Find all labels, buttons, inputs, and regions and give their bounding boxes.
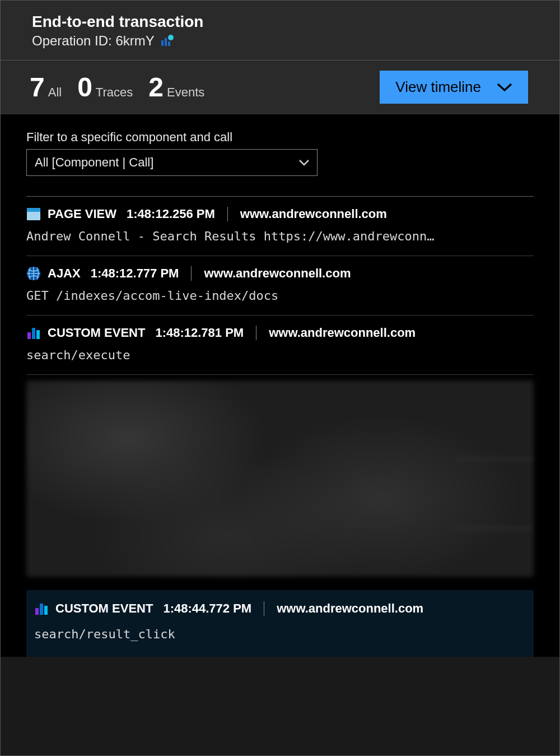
- filter-select[interactable]: All [Component | Call]: [26, 149, 318, 176]
- operation-row: Operation ID: 6krmY: [32, 33, 528, 49]
- filter-selected-value: All [Component | Call]: [35, 155, 153, 170]
- event-detail: GET /indexes/accom-live-index/docs: [26, 289, 534, 303]
- event-header: CUSTOM EVENT 1:48:12.781 PM www.andrewco…: [26, 326, 534, 340]
- divider: [455, 528, 534, 528]
- svg-rect-9: [36, 330, 40, 339]
- svg-rect-11: [40, 604, 43, 615]
- content-area: Filter to a specific component and call …: [1, 114, 559, 657]
- page-view-icon: [26, 207, 41, 221]
- event-header: AJAX 1:48:12.777 PM www.andrewconnell.co…: [26, 266, 534, 281]
- app-insights-icon: [160, 35, 174, 47]
- bar-chart-icon: [26, 326, 41, 340]
- event-header: CUSTOM EVENT 1:48:44.772 PM www.andrewco…: [34, 601, 526, 616]
- view-timeline-label: View timeline: [395, 78, 481, 96]
- redacted-events-block: [26, 381, 534, 577]
- separator: [256, 326, 256, 340]
- svg-rect-4: [27, 208, 40, 212]
- svg-rect-7: [27, 332, 31, 339]
- event-header: PAGE VIEW 1:48:12.256 PM www.andrewconne…: [26, 207, 534, 221]
- page-title: End-to-end transaction: [32, 13, 528, 31]
- stat-traces[interactable]: 0 Traces: [77, 72, 133, 103]
- svg-rect-1: [165, 38, 167, 46]
- separator: [191, 266, 192, 281]
- event-time: 1:48:12.777 PM: [91, 266, 179, 281]
- stat-traces-count: 0: [77, 72, 92, 103]
- globe-icon: [26, 266, 41, 281]
- svg-rect-5: [27, 212, 40, 220]
- event-detail: search/execute: [26, 348, 534, 362]
- chevron-down-icon: [299, 160, 309, 166]
- event-host: www.andrewconnell.com: [204, 266, 351, 281]
- svg-point-3: [168, 35, 174, 40]
- stat-all[interactable]: 7 All: [30, 72, 62, 103]
- separator: [227, 207, 228, 221]
- event-type: PAGE VIEW: [48, 207, 116, 221]
- filter-label: Filter to a specific component and call: [26, 130, 534, 145]
- chevron-down-icon: [497, 83, 512, 92]
- operation-id: Operation ID: 6krmY: [32, 33, 155, 49]
- stat-traces-label: Traces: [96, 85, 133, 100]
- stats-bar: 7 All 0 Traces 2 Events View timeline: [1, 61, 559, 114]
- event-list: PAGE VIEW 1:48:12.256 PM www.andrewconne…: [26, 197, 534, 657]
- event-time: 1:48:12.256 PM: [127, 207, 215, 221]
- separator: [264, 601, 264, 616]
- event-host: www.andrewconnell.com: [240, 207, 387, 221]
- event-item[interactable]: AJAX 1:48:12.777 PM www.andrewconnell.co…: [26, 256, 534, 316]
- event-host: www.andrewconnell.com: [269, 326, 416, 340]
- event-time: 1:48:44.772 PM: [163, 601, 251, 616]
- event-detail: search/result_click: [34, 627, 526, 641]
- stat-events[interactable]: 2 Events: [148, 72, 204, 103]
- svg-rect-10: [35, 608, 39, 615]
- stat-events-label: Events: [167, 85, 204, 100]
- event-time: 1:48:12.781 PM: [155, 326, 244, 340]
- event-type: AJAX: [48, 266, 81, 281]
- svg-rect-2: [168, 41, 170, 46]
- event-type: CUSTOM EVENT: [55, 601, 153, 616]
- svg-rect-8: [32, 328, 35, 339]
- svg-rect-0: [161, 40, 164, 46]
- panel-header: End-to-end transaction Operation ID: 6kr…: [1, 1, 559, 61]
- event-item[interactable]: PAGE VIEW 1:48:12.256 PM www.andrewconne…: [26, 197, 534, 256]
- event-detail: Andrew Connell - Search Results https://…: [26, 229, 534, 243]
- event-host: www.andrewconnell.com: [277, 601, 423, 616]
- svg-rect-12: [44, 606, 48, 615]
- event-type: CUSTOM EVENT: [48, 326, 145, 340]
- divider: [455, 459, 534, 460]
- stat-all-count: 7: [30, 72, 45, 103]
- stat-all-label: All: [48, 85, 62, 100]
- stat-events-count: 2: [148, 72, 164, 103]
- stats-group: 7 All 0 Traces 2 Events: [30, 72, 204, 103]
- event-item[interactable]: CUSTOM EVENT 1:48:12.781 PM www.andrewco…: [26, 316, 534, 375]
- event-item-selected[interactable]: CUSTOM EVENT 1:48:44.772 PM www.andrewco…: [26, 590, 534, 657]
- view-timeline-button[interactable]: View timeline: [380, 71, 528, 104]
- bar-chart-icon: [34, 601, 49, 616]
